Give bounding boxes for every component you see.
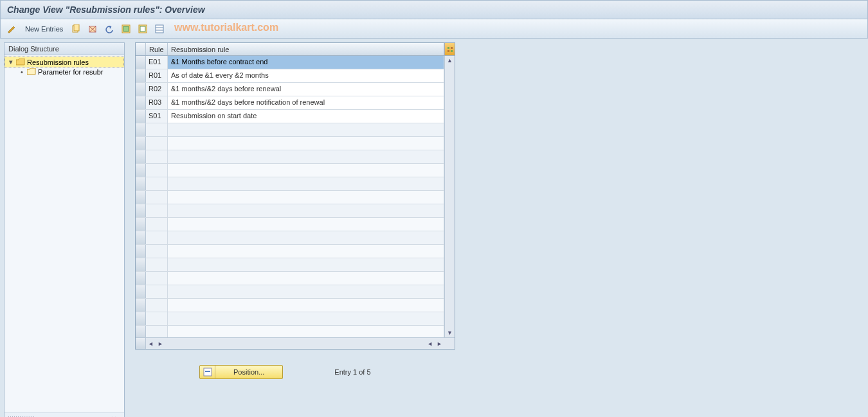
cell-desc[interactable]: Resubmission on start date — [168, 110, 444, 123]
select-all-icon[interactable] — [120, 22, 132, 35]
table-row[interactable] — [136, 177, 444, 191]
table-row[interactable] — [136, 231, 444, 245]
cell-desc[interactable] — [168, 150, 444, 163]
cell-rule[interactable] — [146, 272, 168, 285]
horizontal-scrollbar[interactable]: ◄ ► ◄ ► — [136, 337, 455, 349]
cell-rule[interactable]: R03 — [146, 96, 168, 109]
cell-rule[interactable] — [146, 245, 168, 258]
cell-rule[interactable] — [146, 150, 168, 163]
cell-rule[interactable]: R01 — [146, 69, 168, 82]
table-row[interactable]: S01Resubmission on start date — [136, 110, 444, 123]
cell-desc[interactable] — [168, 191, 444, 204]
table-row[interactable]: R01As of date &1 every &2 months — [136, 69, 444, 83]
scroll-right-inner-icon[interactable]: ► — [156, 341, 165, 347]
table-row[interactable] — [136, 218, 444, 231]
row-selector[interactable] — [136, 245, 146, 258]
row-selector[interactable] — [136, 258, 146, 271]
table-row[interactable] — [136, 272, 444, 285]
row-selector[interactable] — [136, 326, 146, 337]
cell-desc[interactable] — [168, 326, 444, 337]
cell-desc[interactable] — [168, 258, 444, 271]
vertical-scrollbar[interactable]: ▲ ▼ — [444, 56, 455, 337]
scroll-up-icon[interactable]: ▲ — [447, 56, 453, 65]
cell-rule[interactable] — [146, 285, 168, 298]
tree-node-parameter[interactable]: • Parameter for resubr — [5, 67, 124, 76]
row-selector[interactable] — [136, 204, 146, 217]
cell-rule[interactable] — [146, 164, 168, 177]
table-row[interactable]: R02&1 months/&2 days before renewal — [136, 83, 444, 96]
copy-icon[interactable] — [69, 22, 82, 35]
cell-desc[interactable] — [168, 204, 444, 217]
cell-desc[interactable] — [168, 177, 444, 190]
row-selector[interactable] — [136, 137, 146, 150]
cell-rule[interactable]: S01 — [146, 110, 168, 123]
row-selector[interactable] — [136, 231, 146, 244]
cell-desc[interactable]: &1 Months before contract end — [168, 56, 444, 69]
cell-desc[interactable] — [168, 123, 444, 136]
row-selector[interactable] — [136, 312, 146, 325]
column-selector[interactable] — [136, 43, 146, 55]
row-selector[interactable] — [136, 56, 146, 69]
row-selector[interactable] — [136, 218, 146, 231]
cell-rule[interactable] — [146, 326, 168, 337]
table-row[interactable] — [136, 204, 444, 218]
row-selector[interactable] — [136, 272, 146, 285]
cell-desc[interactable] — [168, 137, 444, 150]
cell-rule[interactable] — [146, 258, 168, 271]
cell-desc[interactable] — [168, 245, 444, 258]
table-row[interactable]: R03&1 months/&2 days before notification… — [136, 96, 444, 110]
cell-desc[interactable] — [168, 272, 444, 285]
edit-icon[interactable] — [6, 22, 19, 35]
table-row[interactable] — [136, 191, 444, 204]
row-selector[interactable] — [136, 110, 146, 123]
scroll-left-end-icon[interactable]: ◄ — [425, 341, 435, 347]
row-selector[interactable] — [136, 285, 146, 298]
cell-rule[interactable] — [146, 191, 168, 204]
table-settings-icon[interactable] — [153, 22, 166, 35]
scroll-right-icon[interactable]: ► — [435, 341, 444, 347]
row-selector[interactable] — [136, 96, 146, 109]
tree-node-resubmission-rules[interactable]: ▾ Resubmission rules — [5, 57, 124, 67]
cell-rule[interactable] — [146, 204, 168, 217]
cell-rule[interactable] — [146, 231, 168, 244]
table-row[interactable] — [136, 164, 444, 177]
row-selector[interactable] — [136, 69, 146, 82]
row-selector[interactable] — [136, 177, 146, 190]
cell-rule[interactable] — [146, 137, 168, 150]
table-row[interactable] — [136, 123, 444, 137]
cell-rule[interactable] — [146, 299, 168, 312]
cell-desc[interactable]: &1 months/&2 days before renewal — [168, 83, 444, 96]
cell-rule[interactable] — [146, 218, 168, 231]
column-header-desc[interactable]: Resubmission rule — [168, 43, 444, 55]
cell-desc[interactable]: &1 months/&2 days before notification of… — [168, 96, 444, 109]
column-header-rule[interactable]: Rule — [146, 43, 168, 55]
cell-desc[interactable] — [168, 231, 444, 244]
undo-icon[interactable] — [103, 22, 116, 35]
cell-desc[interactable] — [168, 285, 444, 298]
cell-desc[interactable] — [168, 218, 444, 231]
row-selector[interactable] — [136, 83, 146, 96]
cell-rule[interactable] — [146, 312, 168, 325]
table-row[interactable] — [136, 326, 444, 337]
scroll-left-icon[interactable]: ◄ — [146, 341, 156, 347]
row-selector[interactable] — [136, 123, 146, 136]
cell-rule[interactable]: R02 — [146, 83, 168, 96]
cell-rule[interactable] — [146, 177, 168, 190]
cell-rule[interactable]: E01 — [146, 56, 168, 69]
cell-desc[interactable]: As of date &1 every &2 months — [168, 69, 444, 82]
table-row[interactable] — [136, 299, 444, 312]
row-selector[interactable] — [136, 299, 146, 312]
table-row[interactable] — [136, 312, 444, 326]
table-row[interactable] — [136, 137, 444, 150]
cell-desc[interactable] — [168, 299, 444, 312]
cell-desc[interactable] — [168, 164, 444, 177]
cell-desc[interactable] — [168, 312, 444, 325]
table-row[interactable] — [136, 245, 444, 258]
tree-collapse-icon[interactable]: ▾ — [8, 58, 14, 66]
row-selector[interactable] — [136, 191, 146, 204]
table-row[interactable]: E01&1 Months before contract end — [136, 56, 444, 69]
new-entries-button[interactable]: New Entries — [23, 24, 66, 34]
table-row[interactable] — [136, 150, 444, 164]
position-button[interactable]: Position... — [199, 365, 283, 379]
deselect-all-icon[interactable] — [136, 22, 149, 35]
